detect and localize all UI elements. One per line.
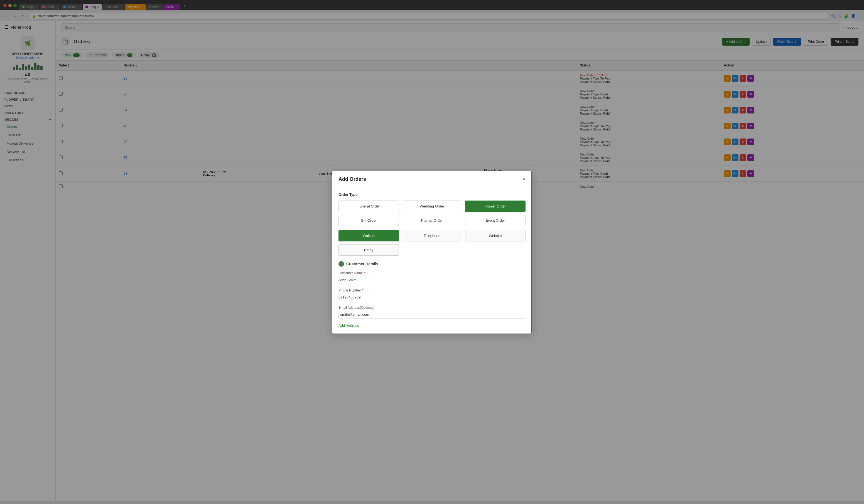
email-group: Email Address(Optional) xyxy=(338,306,526,319)
order-type-label: Order Type xyxy=(338,193,526,197)
modal-close-button[interactable]: × xyxy=(522,176,526,182)
channel-website[interactable]: Website xyxy=(465,230,526,242)
customer-name-label: Customer Name * xyxy=(338,271,526,275)
order-type-grid: Funeral Order Wedding Order Flower Order… xyxy=(338,200,526,226)
channel-walkin[interactable]: Walk-in xyxy=(338,230,399,242)
phone-input[interactable] xyxy=(338,293,526,301)
order-type-gift[interactable]: Gift Order xyxy=(338,215,399,226)
order-type-planter[interactable]: Planter Order xyxy=(402,215,462,226)
email-label: Email Address(Optional) xyxy=(338,306,526,310)
order-channel-grid: Walk-in Telephone Website xyxy=(338,230,526,242)
channel-telephone[interactable]: Telephone xyxy=(402,230,462,242)
order-type-flower[interactable]: Flower Order xyxy=(465,200,526,212)
modal-accent-bar xyxy=(531,171,532,333)
customer-name-group: Customer Name * xyxy=(338,271,526,284)
modal-body: Order Type Funeral Order Wedding Order F… xyxy=(332,187,532,333)
customer-details-title: Customer Details xyxy=(346,262,378,266)
customer-details-section: − Customer Details xyxy=(338,261,526,267)
add-orders-modal: Add Orders × Order Type Funeral Order We… xyxy=(332,171,532,333)
modal-overlay: Add Orders × Order Type Funeral Order We… xyxy=(0,0,864,501)
modal-header: Add Orders × xyxy=(332,171,532,187)
order-type-wedding[interactable]: Wedding Order xyxy=(402,200,462,212)
add-address-link[interactable]: Add Address xyxy=(338,323,359,328)
phone-number-group: Phone Number * xyxy=(338,288,526,301)
email-input[interactable] xyxy=(338,311,526,319)
modal-title: Add Orders xyxy=(338,176,366,182)
order-type-funeral[interactable]: Funeral Order xyxy=(338,200,399,212)
customer-name-input[interactable] xyxy=(338,276,526,284)
customer-details-icon: − xyxy=(338,261,344,267)
relay-row: Relay xyxy=(338,244,526,256)
order-type-event[interactable]: Event Order xyxy=(465,215,526,226)
phone-label: Phone Number * xyxy=(338,288,526,292)
channel-relay[interactable]: Relay xyxy=(338,244,399,256)
